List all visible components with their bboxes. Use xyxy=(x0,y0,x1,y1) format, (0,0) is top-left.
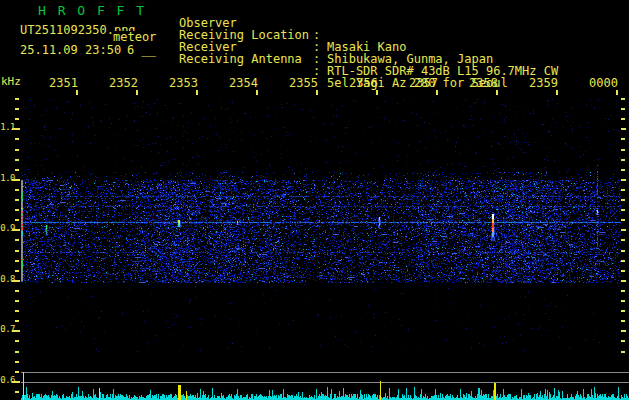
time-tick-label: 2354 xyxy=(228,77,258,89)
time-tick-label: 2356 xyxy=(348,77,378,89)
freq-tick-label: 0.8 xyxy=(0,274,15,284)
time-tick-label: 2357 xyxy=(408,77,438,89)
time-tick-label: 2352 xyxy=(108,77,138,89)
time-tick-label: 2355 xyxy=(288,77,318,89)
freq-tick-label: 0.7 xyxy=(0,324,15,334)
station-label: meteor xyxy=(112,31,157,43)
signal-strength-strip xyxy=(21,360,629,400)
time-tick-label: 2359 xyxy=(528,77,558,89)
freq-tick-label: 1.1 xyxy=(0,122,15,132)
freq-tick-label: 1.0 xyxy=(0,173,15,183)
freq-axis-unit: kHz xyxy=(1,76,21,88)
time-tick-label: 0000 xyxy=(588,77,618,89)
freq-tick-label: 0.9 xyxy=(0,223,15,233)
info-row-receiver: Receiver : RTL-SDR SDR# 43dB L15 96.7MHz… xyxy=(179,29,629,41)
freq-tick-label: 0.6 xyxy=(0,375,15,385)
app-title: H R O F F T xyxy=(38,4,146,18)
info-label: Receiving Antenna xyxy=(179,53,302,65)
hrofft-screen: H R O F F T UT2511092350.png meteor 25.1… xyxy=(0,0,629,400)
time-tick-label: 2353 xyxy=(168,77,198,89)
spectrogram-canvas xyxy=(21,95,621,355)
time-tick-label: 2351 xyxy=(48,77,78,89)
time-tick-label: 2358 xyxy=(468,77,498,89)
info-row-location: Receiving Location : Shibukawa, Gunma, J… xyxy=(179,17,629,29)
observation-datetime: 25.11.09 23:50 xyxy=(20,44,121,56)
progress-counter: 6 __ xyxy=(127,44,156,56)
info-row-observer: Observer : Masaki Kano xyxy=(179,5,629,17)
info-row-antenna: Receiving Antenna : 5el Yagi Az 280 for … xyxy=(179,41,629,53)
